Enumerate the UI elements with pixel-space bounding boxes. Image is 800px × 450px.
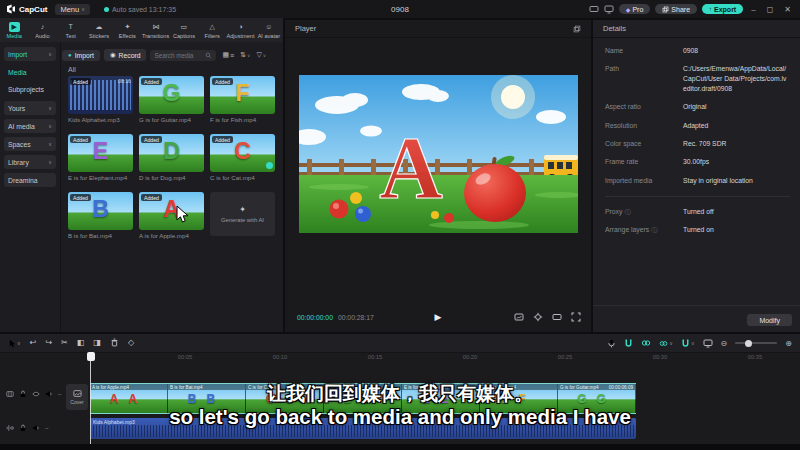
chevron-down-icon: ∨ bbox=[81, 6, 85, 12]
search-input[interactable]: Search media bbox=[150, 50, 216, 61]
share-button[interactable]: Share bbox=[655, 4, 697, 14]
sidebar-item-import[interactable]: Import∨ bbox=[4, 47, 56, 61]
sidebar-item-dreamina[interactable]: Dreamina bbox=[4, 173, 56, 187]
video-thumbnail[interactable]: AddedD bbox=[139, 134, 204, 172]
video-thumbnail[interactable]: AddedC bbox=[210, 134, 275, 172]
sidebar-item-media[interactable]: Media bbox=[4, 65, 56, 79]
view-toggle-button[interactable]: ▦≡ bbox=[222, 51, 234, 59]
sparkle-icon: ✦ bbox=[239, 205, 246, 214]
pro-button[interactable]: ◆ Pro bbox=[619, 4, 651, 14]
undo-button[interactable]: ↩ bbox=[30, 338, 37, 347]
media-item[interactable]: AddedB B is for Bat.mp4 bbox=[68, 192, 133, 239]
sidebar-item-subprojects[interactable]: Subprojects bbox=[4, 82, 56, 96]
media-item[interactable]: AddedE E is for Elephant.mp4 bbox=[68, 134, 133, 181]
media-item-name: G is for Guitar.mp4 bbox=[139, 116, 204, 123]
video-thumbnail[interactable]: AddedB bbox=[68, 192, 133, 230]
ruler-tick-label: 00:25 bbox=[558, 354, 573, 360]
tab-media[interactable]: ▶Media bbox=[0, 18, 28, 42]
sidebar-item-spaces[interactable]: Spaces∨ bbox=[4, 137, 56, 151]
tab-filters[interactable]: △Filters bbox=[198, 18, 226, 42]
video-preview[interactable]: A bbox=[299, 75, 578, 233]
details-title: Details bbox=[603, 24, 626, 33]
sidebar-item-yours[interactable]: Yours∨ bbox=[4, 101, 56, 115]
sort-button[interactable]: ⇅∨ bbox=[240, 51, 250, 59]
filter-button[interactable]: ▽∨ bbox=[256, 51, 266, 59]
playhead-handle[interactable] bbox=[87, 352, 95, 361]
select-tool-button[interactable]: ∨ bbox=[8, 338, 21, 347]
info-icon: ⓘ bbox=[624, 209, 630, 215]
focus-icon[interactable] bbox=[533, 312, 543, 322]
menu-button[interactable]: Menu ∨ bbox=[55, 4, 89, 15]
media-item[interactable]: AddedG G is for Guitar.mp4 bbox=[139, 76, 204, 123]
detach-player-icon[interactable] bbox=[573, 25, 581, 33]
tab-ai-avatar[interactable]: ☺AI avatar bbox=[255, 18, 283, 42]
media-item[interactable]: AddedC C is for Cat.mp4 bbox=[210, 134, 275, 181]
split-button[interactable]: ✂ bbox=[61, 338, 68, 347]
modify-button[interactable]: Modify bbox=[747, 314, 792, 326]
ratio-icon[interactable] bbox=[552, 312, 562, 322]
delete-right-button[interactable]: ◨ bbox=[93, 338, 101, 347]
divider bbox=[605, 196, 790, 197]
media-item[interactable]: Added 08:16 Kids Alphabet.mp3 bbox=[68, 76, 133, 123]
media-item[interactable]: AddedF F is for Fish.mp4 bbox=[210, 76, 275, 123]
tab-text[interactable]: TText bbox=[57, 18, 85, 42]
chevron-down-icon: ∨ bbox=[48, 51, 52, 57]
video-thumbnail[interactable]: AddedG bbox=[139, 76, 204, 114]
layout-toggle-icon[interactable] bbox=[589, 4, 599, 14]
voiceover-mic-icon[interactable] bbox=[607, 339, 616, 348]
video-thumbnail[interactable]: AddedE bbox=[68, 134, 133, 172]
record-button[interactable]: ◉Record bbox=[104, 49, 147, 61]
magnetic-snap-icon[interactable] bbox=[624, 339, 633, 348]
import-button[interactable]: ●Import bbox=[62, 50, 100, 61]
tab-adjustment[interactable]: ◑Adjustment bbox=[226, 18, 254, 42]
preview-toggle[interactable]: ∨ bbox=[681, 339, 695, 348]
keyframe-button[interactable]: ◇ bbox=[128, 338, 134, 347]
ruler-tick-label: 00:20 bbox=[463, 354, 478, 360]
generate-with-ai-card[interactable]: ✦ Generate with AI bbox=[210, 192, 275, 236]
zoom-slider-knob[interactable] bbox=[745, 340, 752, 347]
tab-transitions[interactable]: ⋈Transitions bbox=[141, 18, 169, 42]
chevron-down-icon: ∨ bbox=[48, 123, 52, 129]
duration-label: 08:16 bbox=[118, 78, 131, 84]
tab-captions[interactable]: ▭Captions bbox=[170, 18, 198, 42]
video-thumbnail[interactable]: AddedA bbox=[139, 192, 204, 230]
panel-layout-icon[interactable] bbox=[604, 4, 614, 14]
tab-audio[interactable]: ♪Audio bbox=[28, 18, 56, 42]
search-icon bbox=[205, 52, 212, 59]
sidebar-item-library[interactable]: Library∨ bbox=[4, 155, 56, 169]
ruler-tick-label: 00:15 bbox=[368, 354, 383, 360]
quality-icon[interactable] bbox=[514, 312, 524, 322]
ruler-tick-label: 00:05 bbox=[178, 354, 193, 360]
delete-button[interactable] bbox=[110, 338, 119, 347]
delete-left-button[interactable]: ◧ bbox=[77, 338, 85, 347]
play-button[interactable]: ▶ bbox=[435, 312, 442, 322]
video-thumbnail[interactable]: AddedF bbox=[210, 76, 275, 114]
media-icon: ▶ bbox=[9, 22, 20, 32]
detail-row: ProxyⓘTurned off bbox=[605, 207, 790, 217]
audio-icon: ♪ bbox=[37, 22, 48, 32]
media-item[interactable]: AddedD D is for Dog.mp4 bbox=[139, 134, 204, 181]
zoom-out-button[interactable]: ⊖ bbox=[721, 339, 728, 348]
detail-row: PathC:/Users/Emenwa/AppData/Local/CapCut… bbox=[605, 64, 790, 94]
sort-icon: ⇅ bbox=[240, 51, 246, 59]
tab-effects[interactable]: ✦Effects bbox=[113, 18, 141, 42]
sidebar-item-ai-media[interactable]: AI media∨ bbox=[4, 119, 56, 133]
synced-badge bbox=[266, 162, 273, 169]
export-button[interactable]: ↑ Export bbox=[702, 4, 743, 14]
letter-a-graphic: A bbox=[379, 119, 443, 216]
media-item[interactable]: AddedA A is for Apple.mp4 bbox=[139, 192, 204, 239]
linking-toggle[interactable]: ∨ bbox=[659, 339, 673, 348]
auto-ripple-icon[interactable] bbox=[641, 338, 651, 348]
mouse-cursor bbox=[176, 205, 189, 224]
info-icon: ⓘ bbox=[651, 227, 657, 233]
timeline-zoom-slider[interactable] bbox=[735, 342, 777, 344]
fullscreen-icon[interactable] bbox=[571, 312, 581, 322]
audio-thumbnail[interactable]: Added 08:16 bbox=[68, 76, 133, 114]
tab-stickers[interactable]: ☁Stickers bbox=[85, 18, 113, 42]
minimize-button[interactable]: – bbox=[748, 5, 758, 14]
redo-button[interactable]: ↪ bbox=[45, 338, 52, 347]
close-button[interactable]: ✕ bbox=[781, 5, 794, 14]
mask-view-icon[interactable] bbox=[703, 338, 713, 348]
maximize-button[interactable]: ◻ bbox=[764, 5, 777, 14]
zoom-in-button[interactable]: ⊕ bbox=[785, 339, 792, 348]
